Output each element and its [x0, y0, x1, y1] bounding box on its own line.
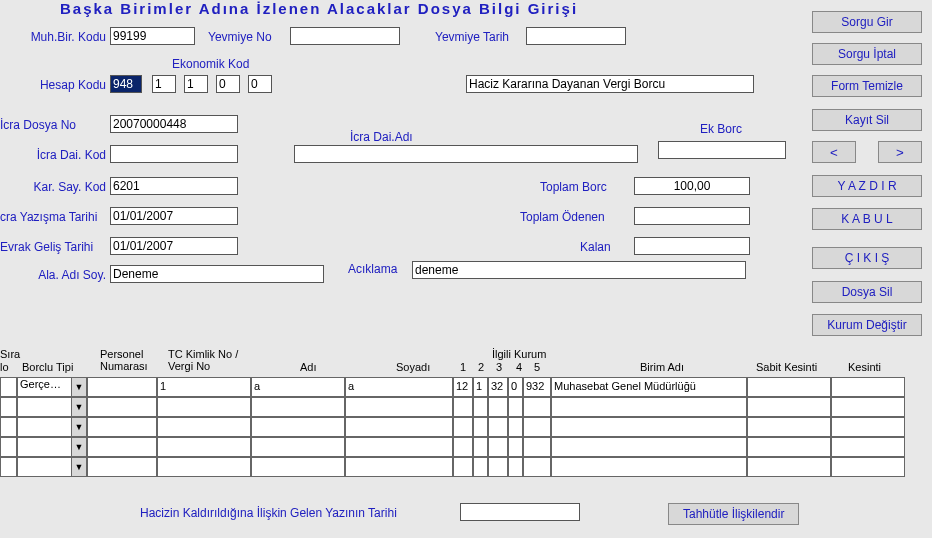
toplam-odenen-input[interactable]	[634, 207, 750, 225]
ek-kod-1-input[interactable]	[152, 75, 176, 93]
cell-k5[interactable]	[523, 397, 551, 417]
cell-soyadi[interactable]	[345, 437, 453, 457]
prev-button[interactable]: <	[812, 141, 856, 163]
ek-kod-3-input[interactable]	[216, 75, 240, 93]
cell-k4[interactable]	[508, 397, 523, 417]
next-button[interactable]: >	[878, 141, 922, 163]
cell-k5[interactable]	[523, 417, 551, 437]
muh-bir-kodu-input[interactable]	[110, 27, 195, 45]
cell-sabit[interactable]	[747, 437, 831, 457]
cell-personel[interactable]	[87, 417, 157, 437]
form-temizle-button[interactable]: Form Temizle	[812, 75, 922, 97]
cell-k4[interactable]	[508, 417, 523, 437]
yevmiye-tarih-input[interactable]	[526, 27, 626, 45]
cell-tc[interactable]	[157, 397, 251, 417]
ek-borc-input[interactable]	[658, 141, 786, 159]
cell-personel[interactable]	[87, 457, 157, 477]
cell-k2[interactable]: 1	[473, 377, 488, 397]
cell-k3[interactable]	[488, 417, 508, 437]
cell-adi[interactable]	[251, 417, 345, 437]
cell-soyadi[interactable]	[345, 457, 453, 477]
cell-k2[interactable]	[473, 437, 488, 457]
cell-k1[interactable]	[453, 397, 473, 417]
cell-adi[interactable]	[251, 437, 345, 457]
cell-k4[interactable]	[508, 437, 523, 457]
tahhutle-button[interactable]: Tahhütle İlişkilendir	[668, 503, 799, 525]
cell-k3[interactable]	[488, 437, 508, 457]
cell-kesinti[interactable]	[831, 417, 905, 437]
cell-k5[interactable]	[523, 437, 551, 457]
borclu-tipi-dropdown[interactable]: Gerçe…▼	[17, 377, 87, 397]
cell-adi[interactable]	[251, 397, 345, 417]
cell-sabit[interactable]	[747, 417, 831, 437]
cell-sabit[interactable]	[747, 457, 831, 477]
sorgu-gir-button[interactable]: Sorgu Gir	[812, 11, 922, 33]
toplam-borc-input[interactable]	[634, 177, 750, 195]
chevron-down-icon[interactable]: ▼	[71, 378, 86, 396]
chevron-down-icon[interactable]: ▼	[71, 418, 86, 436]
yazisma-tarihi-input[interactable]	[110, 207, 238, 225]
kar-say-kod-input[interactable]	[110, 177, 238, 195]
cell-tc[interactable]	[157, 417, 251, 437]
cell-birim[interactable]	[551, 437, 747, 457]
cell-personel[interactable]	[87, 437, 157, 457]
kalan-input[interactable]	[634, 237, 750, 255]
ala-adi-soy-input[interactable]	[110, 265, 324, 283]
cell-k3[interactable]	[488, 457, 508, 477]
yevmiye-no-input[interactable]	[290, 27, 400, 45]
borclu-tipi-dropdown[interactable]: ▼	[17, 417, 87, 437]
cell-k2[interactable]	[473, 417, 488, 437]
cell-personel[interactable]	[87, 377, 157, 397]
cikis-button[interactable]: Ç I K I Ş	[812, 247, 922, 269]
cell-k4[interactable]	[508, 457, 523, 477]
hacizin-tarihi-input[interactable]	[460, 503, 580, 521]
cell-k1[interactable]	[453, 437, 473, 457]
evrak-gelis-tarihi-input[interactable]	[110, 237, 238, 255]
yazdir-button[interactable]: Y A Z D I R	[812, 175, 922, 197]
icra-dai-adi-input[interactable]	[294, 145, 638, 163]
kayit-sil-button[interactable]: Kayıt Sil	[812, 109, 922, 131]
cell-kesinti[interactable]	[831, 397, 905, 417]
kabul-button[interactable]: K A B U L	[812, 208, 922, 230]
cell-kesinti[interactable]	[831, 457, 905, 477]
aciklama-input[interactable]	[412, 261, 746, 279]
kurum-degistir-button[interactable]: Kurum Değiştir	[812, 314, 922, 336]
hesap-kodu-input[interactable]	[110, 75, 142, 93]
dosya-sil-button[interactable]: Dosya Sil	[812, 281, 922, 303]
ek-kod-4-input[interactable]	[248, 75, 272, 93]
cell-k2[interactable]	[473, 397, 488, 417]
cell-tc[interactable]	[157, 437, 251, 457]
borclu-tipi-dropdown[interactable]: ▼	[17, 397, 87, 417]
cell-birim[interactable]	[551, 397, 747, 417]
icra-dai-kod-input[interactable]	[110, 145, 238, 163]
cell-sabit[interactable]	[747, 397, 831, 417]
cell-k5[interactable]: 932	[523, 377, 551, 397]
chevron-down-icon[interactable]: ▼	[71, 398, 86, 416]
icra-dosya-no-input[interactable]	[110, 115, 238, 133]
cell-kesinti[interactable]	[831, 377, 905, 397]
cell-tc[interactable]	[157, 457, 251, 477]
cell-k3[interactable]	[488, 397, 508, 417]
cell-adi[interactable]	[251, 457, 345, 477]
cell-personel[interactable]	[87, 397, 157, 417]
cell-k4[interactable]: 0	[508, 377, 523, 397]
cell-adi[interactable]: a	[251, 377, 345, 397]
cell-birim[interactable]	[551, 417, 747, 437]
hesap-aciklama-input[interactable]	[466, 75, 754, 93]
cell-k1[interactable]: 12	[453, 377, 473, 397]
cell-tc[interactable]: 1	[157, 377, 251, 397]
cell-k5[interactable]	[523, 457, 551, 477]
cell-soyadi[interactable]	[345, 417, 453, 437]
cell-k1[interactable]	[453, 457, 473, 477]
cell-k3[interactable]: 32	[488, 377, 508, 397]
cell-soyadi[interactable]: a	[345, 377, 453, 397]
cell-birim[interactable]: Muhasebat Genel Müdürlüğü	[551, 377, 747, 397]
sorgu-iptal-button[interactable]: Sorgu İptal	[812, 43, 922, 65]
cell-kesinti[interactable]	[831, 437, 905, 457]
chevron-down-icon[interactable]: ▼	[71, 438, 86, 456]
borclu-tipi-dropdown[interactable]: ▼	[17, 437, 87, 457]
cell-birim[interactable]	[551, 457, 747, 477]
borclu-tipi-dropdown[interactable]: ▼	[17, 457, 87, 477]
cell-k2[interactable]	[473, 457, 488, 477]
ek-kod-2-input[interactable]	[184, 75, 208, 93]
